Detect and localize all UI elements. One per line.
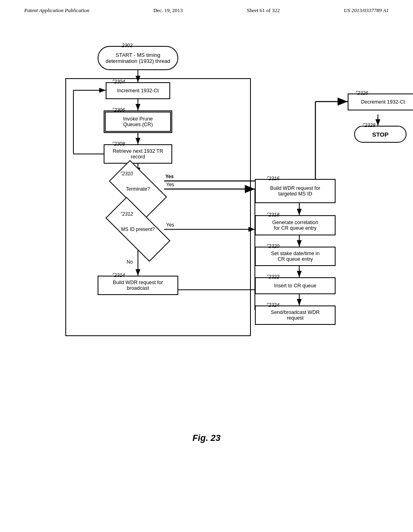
svg-text:No: No <box>127 259 133 265</box>
diagram-area: Yes No Yes No Yes <box>41 30 372 425</box>
header-left: Patent Application Publication <box>24 7 90 14</box>
tag-2318: ⌜2318 <box>266 212 280 218</box>
node-2320: Set stake date/time inCR queue entry <box>255 247 336 266</box>
node-2328: STOP <box>354 126 407 143</box>
node-2318: Generate correlationfor CR queue entry <box>255 215 336 235</box>
tag-2326: ⌜2326 <box>355 90 368 96</box>
tag-2314: ⌜2314 <box>112 272 125 278</box>
page-header: Patent Application Publication Dec. 19, … <box>0 0 413 18</box>
tag-2302: 2302 <box>122 43 133 48</box>
tag-2306: ⌜2306 <box>112 107 125 113</box>
node-2302: START - MS timingdetermination (1932) th… <box>98 46 178 70</box>
node-2304: Increment 1932-Ct <box>106 82 170 99</box>
node-2322: Insert to CR queue <box>255 277 336 294</box>
tag-2320: ⌜2320 <box>266 243 280 249</box>
tag-2316: ⌜2316 <box>266 176 280 181</box>
svg-text:Yes: Yes <box>165 174 174 179</box>
node-2306: Invoke PruneQueues (CR) <box>104 110 172 133</box>
tag-2322: ⌜2322 <box>266 274 280 280</box>
header-date: Dec. 19, 2013 <box>153 7 183 14</box>
tag-2328: ⌜2328 <box>362 123 375 128</box>
node-2326: Decrement 1932-Ct <box>348 94 413 110</box>
tag-2308: ⌜2308 <box>112 141 125 147</box>
tag-2310: ⌜2310 <box>120 171 133 177</box>
header-right: US 2013/0337789 A1 <box>344 7 389 14</box>
node-2308: Retrieve next 1932 TRrecord <box>104 144 172 164</box>
svg-text:Yes: Yes <box>166 182 174 187</box>
figure-caption: Fig. 23 <box>0 433 413 443</box>
tag-2324: ⌜2324 <box>266 302 280 308</box>
tag-2304: ⌜2304 <box>112 79 125 85</box>
node-2314: Build WDR request forbroadcast <box>98 276 178 295</box>
tag-2312: ⌜2312 <box>120 211 133 217</box>
node-2324: Send/broadcast WDRrequest <box>255 305 336 325</box>
header-sheet: Sheet 61 of 322 <box>247 7 280 14</box>
node-2316: Build WDR request fortargeted MS ID <box>255 179 336 203</box>
